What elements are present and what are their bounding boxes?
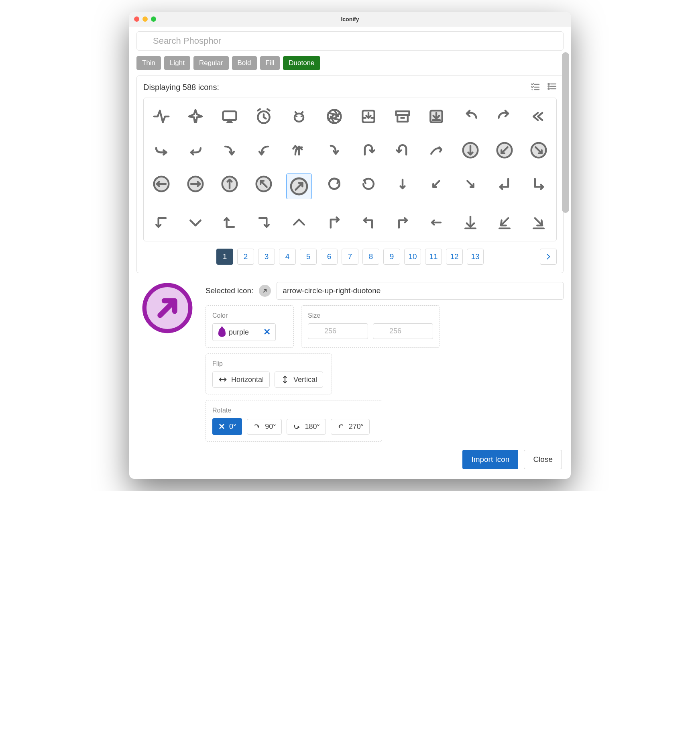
content-area: ThinLightRegularBoldFillDuotone Displayi… <box>129 27 571 479</box>
selected-label: Selected icon: <box>206 286 253 295</box>
filter-thin[interactable]: Thin <box>136 56 161 70</box>
icon-circle-up[interactable] <box>219 174 240 194</box>
icon-archive[interactable] <box>392 106 413 127</box>
icon-circle-down-left[interactable] <box>494 140 515 161</box>
icon-undo[interactable] <box>460 106 481 127</box>
height-input[interactable] <box>373 323 433 339</box>
icon-aperture[interactable] <box>324 106 345 127</box>
icon-android-logo[interactable] <box>289 106 309 127</box>
results-count: Displaying 588 icons: <box>143 83 219 92</box>
icon-archive-tray[interactable] <box>358 106 379 127</box>
page-7[interactable]: 7 <box>342 249 358 265</box>
close-button[interactable]: Close <box>524 450 562 469</box>
icon-line-down-left[interactable] <box>494 212 515 233</box>
icon-rotate-cw[interactable] <box>324 174 345 194</box>
icon-circle-down[interactable] <box>460 140 481 161</box>
icon-circle-right[interactable] <box>185 174 206 194</box>
icon-elbow-down[interactable] <box>185 212 206 233</box>
icon-activity[interactable] <box>151 106 172 127</box>
selected-form: Selected icon: Color purple ✕ <box>206 282 564 442</box>
icon-bend-down-right[interactable] <box>219 140 240 161</box>
icon-alarm[interactable] <box>253 106 274 127</box>
icon-curve-right[interactable] <box>426 140 447 161</box>
icon-u-turn-right[interactable] <box>358 140 379 161</box>
page-4[interactable]: 4 <box>279 249 296 265</box>
page-13[interactable]: 13 <box>467 249 484 265</box>
page-10[interactable]: 10 <box>404 249 421 265</box>
page-6[interactable]: 6 <box>321 249 338 265</box>
page-1[interactable]: 1 <box>216 249 233 265</box>
svg-point-6 <box>548 84 549 85</box>
checklist-view-icon[interactable] <box>530 82 540 93</box>
svg-line-67 <box>535 218 541 225</box>
selected-name-input[interactable] <box>277 282 564 300</box>
page-12[interactable]: 12 <box>446 249 463 265</box>
filter-duotone[interactable]: Duotone <box>283 56 320 70</box>
icon-elbow-up[interactable] <box>289 212 309 233</box>
list-view-icon[interactable] <box>547 82 557 93</box>
icon-bend-down-left[interactable] <box>253 140 274 161</box>
width-input[interactable] <box>308 323 368 339</box>
icon-bend-up[interactable] <box>289 140 309 161</box>
rotate-90deg[interactable]: 90° <box>247 419 282 435</box>
scrollbar[interactable] <box>562 52 569 475</box>
size-label: Size <box>308 312 433 319</box>
scrollbar-thumb[interactable] <box>562 52 569 213</box>
flip-horizontal-button[interactable]: Horizontal <box>212 372 270 388</box>
icon-elbow-right-down[interactable] <box>253 212 274 233</box>
filter-light[interactable]: Light <box>164 56 190 70</box>
icon-circle-down-right[interactable] <box>528 140 549 161</box>
page-11[interactable]: 11 <box>425 249 442 265</box>
page-8[interactable]: 8 <box>362 249 379 265</box>
page-next[interactable] <box>540 249 557 265</box>
icon-line-down[interactable] <box>460 212 481 233</box>
icon-elbow-left-down[interactable] <box>151 212 172 233</box>
icon-circle-left[interactable] <box>151 174 172 194</box>
size-group: Size <box>301 305 440 348</box>
svg-line-60 <box>467 181 473 187</box>
filter-fill[interactable]: Fill <box>260 56 280 70</box>
icon-circle-up-left[interactable] <box>253 174 274 194</box>
icon-bend-left[interactable] <box>185 140 206 161</box>
icon-redo[interactable] <box>494 106 515 127</box>
icon-grid <box>150 106 550 233</box>
icon-arrow-down-left[interactable] <box>426 174 447 194</box>
icon-circle-up-right[interactable] <box>286 174 312 199</box>
icon-u-turn-left[interactable] <box>392 140 413 161</box>
search-wrapper <box>136 31 564 51</box>
icon-reply-all[interactable] <box>528 106 549 127</box>
icon-bend-down[interactable] <box>324 140 345 161</box>
icon-elbow-up-right[interactable] <box>324 212 345 233</box>
icon-download-tray[interactable] <box>426 106 447 127</box>
filter-bold[interactable]: Bold <box>232 56 257 70</box>
view-toggles <box>530 82 557 93</box>
icon-corner-up-left[interactable] <box>358 212 379 233</box>
page-5[interactable]: 5 <box>300 249 317 265</box>
icon-elbow-left-up[interactable] <box>219 212 240 233</box>
icon-arrow-left[interactable] <box>426 212 447 233</box>
icon-arrow-down-right[interactable] <box>460 174 481 194</box>
clear-color-icon[interactable]: ✕ <box>263 327 271 337</box>
page-3[interactable]: 3 <box>258 249 275 265</box>
icon-bend-right[interactable] <box>151 140 172 161</box>
icon-airplay[interactable] <box>219 106 240 127</box>
page-9[interactable]: 9 <box>383 249 400 265</box>
icon-elbow-down-left[interactable] <box>494 174 515 194</box>
icon-airplane[interactable] <box>185 106 206 127</box>
search-input[interactable] <box>136 31 564 51</box>
icon-line-down-right[interactable] <box>528 212 549 233</box>
rotate-0deg[interactable]: ✕0° <box>212 418 242 435</box>
page-2[interactable]: 2 <box>237 249 254 265</box>
flip-vertical-button[interactable]: Vertical <box>275 372 323 388</box>
svg-line-16 <box>264 117 266 119</box>
icon-rotate-ccw[interactable] <box>358 174 379 194</box>
rotate-270deg[interactable]: 270° <box>331 419 370 435</box>
svg-line-71 <box>264 290 267 292</box>
icon-elbow-down-right[interactable] <box>528 174 549 194</box>
filter-regular[interactable]: Regular <box>193 56 229 70</box>
import-button[interactable]: Import Icon <box>462 450 518 469</box>
rotate-180deg[interactable]: 180° <box>287 419 326 435</box>
color-chip[interactable]: purple ✕ <box>212 323 276 341</box>
icon-corner-up-right[interactable] <box>392 212 413 233</box>
icon-arrow-down[interactable] <box>392 174 413 194</box>
